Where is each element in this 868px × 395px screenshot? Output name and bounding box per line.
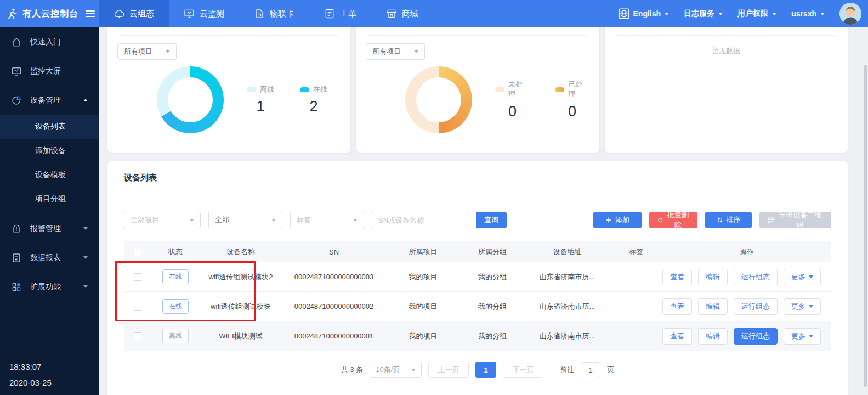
status-badge: 离线	[162, 329, 189, 343]
row-checkbox[interactable]	[134, 303, 141, 311]
sort-button[interactable]: 排序	[705, 212, 752, 228]
no-data-text: 暂无数据	[605, 36, 848, 56]
action-toolbar: 添加 批量删除 排序 导出设备二维码	[593, 212, 831, 228]
device-status-card: 所有项目 离线 1 在线	[107, 27, 350, 153]
user-permission-menu[interactable]: 用户权限	[737, 9, 776, 19]
filter-toolbar: 全部项目 全部 标签 查询	[124, 212, 831, 228]
run-scada-button[interactable]: 运行组态	[734, 298, 778, 315]
query-button[interactable]: 查询	[476, 212, 507, 228]
card-divider	[120, 27, 338, 36]
tab-store[interactable]: 商城	[371, 0, 433, 27]
goto-page-input[interactable]	[581, 362, 600, 377]
store-icon	[386, 8, 397, 19]
project-filter-select[interactable]: 全部项目	[124, 212, 201, 228]
device-project: 我的项目	[386, 302, 460, 312]
vertical-scrollbar[interactable]	[864, 65, 867, 387]
sidebar-item-alarm-mgmt[interactable]: 报警管理	[0, 214, 99, 243]
monitor-icon	[184, 8, 195, 19]
status-filter-select[interactable]: 全部	[208, 212, 282, 228]
sidebar-item-device-mgmt[interactable]: 设备管理	[0, 86, 99, 115]
search-input[interactable]	[372, 212, 469, 228]
log-service-menu[interactable]: 日志服务	[684, 9, 723, 19]
tab-cloud-monitor[interactable]: 云监测	[169, 0, 239, 27]
edit-button[interactable]: 编辑	[698, 269, 728, 285]
sidebar-clock: 18:33:07 2020-03-25	[9, 359, 52, 391]
caret-down-icon	[83, 256, 88, 259]
row-checkbox[interactable]	[134, 273, 141, 281]
run-scada-button[interactable]: 运行组态	[734, 269, 778, 285]
sidebar-item-extensions[interactable]: 扩展功能	[0, 272, 99, 301]
more-button[interactable]: 更多	[784, 298, 821, 315]
caret-down-icon	[718, 13, 723, 15]
empty-data-card: 暂无数据	[605, 27, 848, 153]
clock-time: 18:33:07	[9, 359, 52, 375]
table-row: 离线 WIFI模块测试 00024871000000000001 我的项目 我的…	[124, 321, 831, 351]
status-badge: 在线	[162, 269, 189, 284]
sidebar-item-dashboard[interactable]: 监控大屏	[0, 57, 99, 86]
avatar[interactable]	[839, 3, 861, 25]
device-chart-project-select[interactable]: 所有项目	[117, 43, 177, 60]
alarm-icon	[11, 223, 22, 234]
device-address: 山东省济南市历...	[525, 331, 610, 341]
prev-page-button[interactable]: 上一页	[428, 362, 469, 378]
select-all-checkbox[interactable]	[134, 249, 141, 256]
caret-down-icon	[665, 13, 669, 15]
processed-swatch	[555, 87, 564, 92]
offline-swatch	[247, 87, 256, 92]
topbar-right-menus: English 日志服务 用户权限 usrsxh	[619, 0, 868, 27]
menu-toggle-icon[interactable]	[86, 10, 95, 17]
run-scada-button[interactable]: 运行组态	[734, 328, 778, 345]
view-button[interactable]: 查看	[662, 269, 692, 285]
legend-offline: 离线 1	[247, 84, 274, 115]
device-group: 我的分组	[460, 331, 525, 341]
page-unit-label: 页	[607, 365, 614, 375]
unprocessed-count: 0	[495, 103, 529, 120]
device-sn: 00024871000000000001	[282, 332, 386, 340]
caret-down-icon	[414, 50, 418, 53]
tag-filter-select[interactable]: 标签	[290, 212, 364, 228]
tab-work-order[interactable]: 工单	[309, 0, 371, 27]
view-button[interactable]: 查看	[662, 328, 692, 345]
device-mgmt-icon	[11, 95, 22, 106]
tab-cloud-scada[interactable]: 云组态	[99, 0, 169, 27]
caret-down-icon	[83, 285, 88, 288]
edit-button[interactable]: 编辑	[698, 298, 728, 315]
sidebar-item-device-list[interactable]: 设备列表	[0, 115, 99, 139]
pagination: 共 3 条 10条/页 上一页 1 下一页 前往 页	[124, 362, 831, 378]
clock-date: 2020-03-25	[9, 375, 52, 391]
sidebar: 快速入门 监控大屏 设备管理 设备列表 添加设备 设备模板 项目分组 报警管理	[0, 27, 99, 395]
page-size-select[interactable]: 10条/页	[370, 362, 422, 378]
qr-code-icon	[768, 217, 774, 224]
view-button[interactable]: 查看	[662, 298, 692, 315]
sidebar-item-add-device[interactable]: 添加设备	[0, 139, 99, 163]
alarm-chart-project-select[interactable]: 所有项目	[366, 43, 425, 60]
sidebar-item-project-group[interactable]: 项目分组	[0, 187, 99, 211]
device-table: 状态 设备名称 SN 所属项目 所属分组 设备地址 标签 操作 在线 wifi透…	[124, 241, 831, 351]
caret-down-icon	[166, 50, 170, 53]
tab-iot-card[interactable]: 物联卡	[239, 0, 309, 27]
alarm-status-donut-chart	[405, 66, 472, 133]
table-row: 在线 wifi透传组测试模块 00024871000000000002 我的项目…	[124, 292, 831, 321]
caret-down-icon	[271, 219, 276, 222]
more-button[interactable]: 更多	[784, 328, 821, 345]
row-checkbox[interactable]	[134, 332, 141, 340]
export-qr-button[interactable]: 导出设备二维码	[759, 212, 831, 228]
language-menu[interactable]: English	[619, 8, 670, 19]
page-number-1[interactable]: 1	[475, 362, 496, 378]
sidebar-item-quick-start[interactable]: 快速入门	[0, 27, 99, 57]
device-group: 我的分组	[460, 302, 525, 312]
offline-count: 1	[247, 98, 274, 115]
sidebar-item-device-template[interactable]: 设备模板	[0, 163, 99, 187]
caret-down-icon	[820, 13, 825, 15]
more-button[interactable]: 更多	[784, 269, 821, 285]
device-sn: 00024871000000000003	[282, 273, 386, 281]
next-page-button[interactable]: 下一页	[503, 362, 543, 378]
sidebar-item-data-report[interactable]: 数据报表	[0, 243, 99, 272]
cloud-icon	[114, 8, 124, 19]
edit-button[interactable]: 编辑	[698, 328, 728, 345]
legend-unprocessed: 未处理 0	[495, 80, 529, 120]
batch-delete-button[interactable]: 批量删除	[649, 212, 697, 228]
add-device-button[interactable]: 添加	[593, 212, 642, 228]
sim-card-icon	[254, 8, 265, 19]
username-menu[interactable]: usrsxh	[791, 9, 825, 18]
